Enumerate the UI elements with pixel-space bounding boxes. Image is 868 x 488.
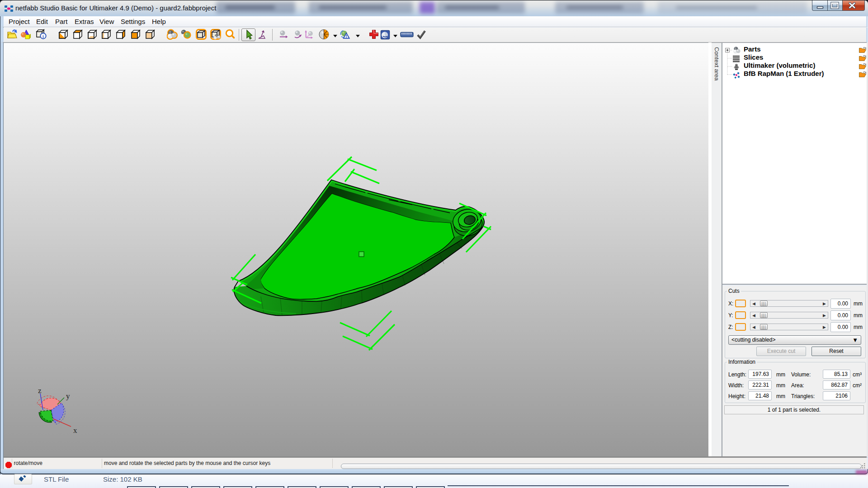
- svg-text:x: x: [73, 426, 77, 435]
- svg-text:y: y: [66, 392, 70, 400]
- svg-text:i: i: [42, 34, 44, 39]
- svg-text:z: z: [38, 386, 42, 395]
